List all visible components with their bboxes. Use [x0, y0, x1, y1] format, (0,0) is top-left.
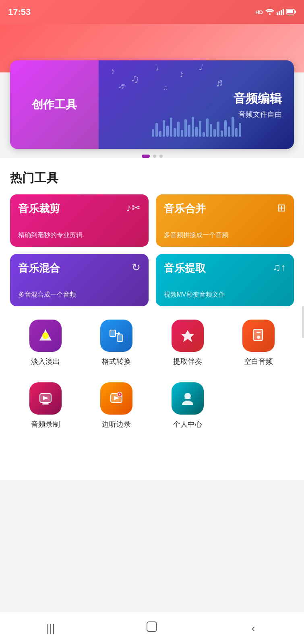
audio-record-icon-bg: [29, 382, 62, 415]
svg-rect-11: [110, 330, 116, 336]
nav-arrow-icon: ‹: [251, 622, 255, 635]
format-convert-label: 格式转换: [102, 357, 131, 366]
personal-center-label: 个人中心: [173, 419, 202, 429]
format-convert-icon-bg: [100, 320, 132, 352]
banner-right-title: 音频编辑: [234, 91, 282, 107]
scroll-indicator: [302, 306, 304, 338]
nav-back-icon: |||: [46, 622, 55, 635]
svg-rect-17: [42, 403, 49, 405]
extract-beat-item[interactable]: 提取伴奏: [152, 314, 223, 372]
status-time: 17:53: [8, 7, 31, 17]
svg-rect-4: [283, 9, 284, 15]
extract-beat-label: 提取伴奏: [173, 357, 202, 366]
svg-rect-7: [295, 10, 296, 13]
personal-center-item[interactable]: 个人中心: [152, 376, 223, 435]
status-icons: HD: [255, 8, 296, 16]
svg-rect-3: [281, 10, 282, 15]
svg-rect-21: [119, 394, 120, 395]
small-icons-row-2: 音频录制 边听边录: [10, 376, 294, 435]
nav-arrow-button[interactable]: ‹: [241, 620, 265, 636]
audio-record-item[interactable]: 音频录制: [10, 376, 81, 435]
big-cards-row-1: 音乐裁剪 ♪✂ 精确到毫秒的专业剪辑 音乐合并 ⊞ 多音频拼接成一个音频: [10, 194, 294, 247]
svg-rect-6: [287, 10, 293, 13]
small-icons-row-1: 淡入淡出 格式转换 提取伴奏: [10, 314, 294, 372]
status-bar: 17:53 HD: [0, 0, 304, 24]
music-merge-subtitle: 多音频拼接成一个音频: [164, 231, 286, 239]
svg-point-14: [257, 336, 260, 339]
svg-rect-25: [147, 622, 157, 632]
listen-record-icon-bg: [100, 382, 132, 415]
fade-inout-item[interactable]: 淡入淡出: [10, 314, 81, 372]
tools-grid: 音乐裁剪 ♪✂ 精确到毫秒的专业剪辑 音乐合并 ⊞ 多音频拼接成一个音频 音乐混…: [0, 194, 304, 435]
music-extract-card[interactable]: 音乐提取 ♫↑ 视频MV秒变音频文件: [156, 254, 294, 306]
dot-3[interactable]: [159, 155, 163, 158]
music-extract-title: 音乐提取: [164, 261, 206, 275]
svg-rect-2: [279, 11, 280, 15]
music-cut-icon: ♪✂: [126, 202, 141, 214]
blank-audio-label: 空白音频: [244, 357, 273, 366]
wifi-icon: [265, 8, 274, 16]
hd-badge: HD: [255, 9, 263, 15]
music-extract-header: 音乐提取 ♫↑: [164, 261, 286, 275]
banner-right-panel: ♪ ♫ ♩ ♬ ♪ ♫ ♩ ♬: [99, 60, 294, 149]
music-mix-icon: ↻: [132, 261, 141, 274]
svg-point-0: [269, 13, 271, 15]
music-merge-header: 音乐合并 ⊞: [164, 202, 286, 216]
format-convert-item[interactable]: 格式转换: [81, 314, 152, 372]
svg-rect-12: [117, 335, 123, 341]
dot-2[interactable]: [153, 155, 156, 158]
audio-record-label: 音频录制: [31, 419, 60, 429]
music-merge-card[interactable]: 音乐合并 ⊞ 多音频拼接成一个音频: [156, 194, 294, 247]
banner-area: 创作工具 ♪ ♫ ♩ ♬ ♪ ♫ ♩ ♬: [0, 60, 304, 158]
music-extract-icon: ♫↑: [273, 261, 286, 274]
fade-inout-icon-bg: [29, 320, 62, 352]
personal-center-icon-bg: [172, 382, 204, 415]
banner-dots: [10, 155, 294, 158]
nav-home-button[interactable]: [140, 620, 164, 636]
music-merge-title: 音乐合并: [164, 202, 206, 216]
big-cards-row-2: 音乐混合 ↻ 多音混合成一个音频 音乐提取 ♫↑ 视频MV秒变音频文件: [10, 254, 294, 306]
music-extract-subtitle: 视频MV秒变音频文件: [164, 291, 286, 299]
music-mix-title: 音乐混合: [18, 261, 60, 275]
music-cut-header: 音乐裁剪 ♪✂: [18, 202, 141, 216]
signal-icon: [277, 8, 284, 16]
music-cut-card[interactable]: 音乐裁剪 ♪✂ 精确到毫秒的专业剪辑: [10, 194, 149, 247]
bottom-nav: ||| ‹: [0, 612, 304, 644]
svg-rect-1: [277, 12, 278, 15]
banner-left-panel: 创作工具: [10, 60, 99, 149]
music-mix-card[interactable]: 音乐混合 ↻ 多音混合成一个音频: [10, 254, 149, 306]
music-merge-icon: ⊞: [277, 202, 286, 214]
extract-beat-icon-bg: [172, 320, 204, 352]
banner-container[interactable]: 创作工具 ♪ ♫ ♩ ♬ ♪ ♫ ♩ ♬: [10, 60, 294, 149]
music-cut-title: 音乐裁剪: [18, 202, 60, 216]
music-cut-subtitle: 精确到毫秒的专业剪辑: [18, 231, 141, 239]
battery-icon: [286, 9, 296, 16]
music-mix-header: 音乐混合 ↻: [18, 261, 141, 275]
section-title: 热门工具: [0, 158, 304, 194]
fade-inout-label: 淡入淡出: [31, 357, 60, 366]
content-area: 热门工具 音乐裁剪 ♪✂ 精确到毫秒的专业剪辑 音乐合并 ⊞ 多音频拼接成一个音…: [0, 158, 304, 480]
listen-record-label: 边听边录: [102, 419, 131, 429]
listen-record-item[interactable]: 边听边录: [81, 376, 152, 435]
svg-point-9: [42, 332, 49, 339]
nav-back-button[interactable]: |||: [39, 620, 63, 636]
music-mix-subtitle: 多音混合成一个音频: [18, 291, 141, 299]
blank-audio-item[interactable]: 空白音频: [223, 314, 294, 372]
waveform: [99, 117, 294, 137]
banner-left-text: 创作工具: [32, 97, 77, 112]
dot-1[interactable]: [142, 155, 150, 158]
blank-audio-icon-bg: [242, 320, 275, 352]
nav-home-icon: [145, 620, 158, 636]
